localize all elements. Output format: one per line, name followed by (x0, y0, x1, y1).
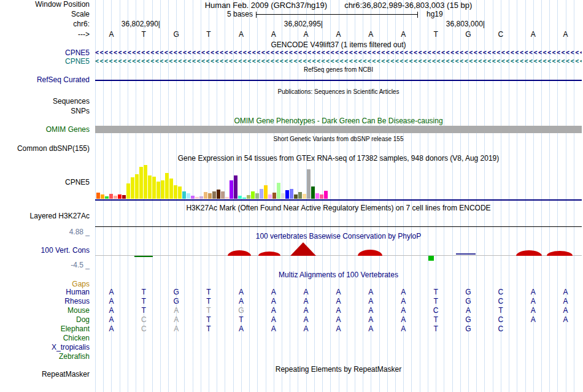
h3k27ac-track-title[interactable]: H3K27Ac Mark (Often Found Near Active Re… (95, 204, 582, 212)
refseq-gene-line[interactable] (95, 80, 582, 81)
aligned-base: A (257, 298, 290, 306)
aligned-base: A (290, 316, 322, 324)
gtex-expression-bar (277, 183, 280, 199)
refseq-track-title[interactable]: RefSeq genes from NCBI (95, 66, 582, 74)
track-label-omim-genes[interactable]: OMIM Genes (46, 126, 90, 134)
gencode-track-title[interactable]: GENCODE V49lift37 (1 items filtered out) (95, 40, 582, 49)
aligned-base: C (484, 288, 517, 296)
gencode-transcript-cpne5-2[interactable]: <<<<<<<<<<<<<<<<<<<<<<<<<<<<<<<<<<<<<<<<… (95, 58, 582, 65)
aligned-base: C (128, 316, 160, 324)
gencode-transcript-cpne5-1[interactable]: <<<<<<<<<<<<<<<<<<<<<<<<<<<<<<<<<<<<<<<<… (95, 49, 582, 56)
conservation-max-value: 4.88 _ (69, 228, 90, 236)
genome-browser: Window Position Scale chr6: ---> CPNE5 C… (0, 0, 583, 392)
gtex-expression-bar (230, 180, 233, 199)
gtex-expression-bar (114, 196, 117, 199)
publications-track-title[interactable]: Publications: Sequences in Scientific Ar… (95, 88, 582, 96)
gtex-expression-bar (161, 180, 164, 199)
gtex-expression-bar (225, 197, 229, 199)
ruler-base: A (387, 31, 420, 39)
gtex-expression-bar (260, 189, 263, 199)
gtex-expression-bar (285, 190, 289, 199)
repeatmasker-track-title[interactable]: Repeating Elements by RepeatMasker (95, 365, 582, 374)
gtex-expression-bar (212, 191, 216, 199)
position-range: chr6:36,802,989-36,803,003 (15 bp) (344, 1, 472, 10)
gtex-expression-bar (204, 192, 207, 199)
track-label-repeatmasker[interactable]: RepeatMasker (42, 371, 90, 379)
aligned-base: A (549, 316, 582, 324)
multiz-species-label-zebrafish[interactable]: Zebrafish (59, 353, 90, 361)
aligned-base: A (549, 298, 582, 306)
track-label-layered-h3k27ac[interactable]: Layered H3K27Ac (30, 212, 90, 220)
conservation-track-title[interactable]: 100 vertebrates Basewise Conservation by… (95, 232, 582, 240)
track-label-snps[interactable]: SNPs (71, 107, 90, 115)
assembly-name: Human Feb. 2009 (GRCh37/hg19) (205, 1, 327, 10)
track-label-gencode-cpne5-2[interactable]: CPNE5 (65, 58, 90, 66)
ruler-base: G (452, 31, 485, 39)
aligned-base: A (257, 325, 290, 333)
gtex-expression-bar (221, 191, 225, 199)
gtex-track-title[interactable]: Gene Expression in 54 tissues from GTEx … (95, 154, 582, 163)
track-label-gencode-cpne5-1[interactable]: CPNE5 (65, 49, 90, 57)
gtex-expression-bar (165, 173, 169, 199)
multiz-track-title[interactable]: Multiz Alignments of 100 Vertebrates (95, 271, 582, 279)
conservation-line (456, 253, 476, 255)
multiz-species-label-human[interactable]: Human (66, 288, 90, 296)
track-label-gtex-cpne5[interactable]: CPNE5 (65, 179, 90, 186)
aligned-base: T (193, 288, 225, 296)
multiz-species-label-elephant[interactable]: Elephant (61, 325, 90, 333)
aligned-base: A (160, 307, 193, 315)
aligned-base: A (322, 325, 355, 333)
multiz-species-label-chicken[interactable]: Chicken (63, 334, 90, 342)
aligned-base: A (160, 316, 193, 324)
aligned-base: C (484, 325, 517, 333)
multiz-species-label-rhesus[interactable]: Rhesus (64, 298, 90, 306)
multiz-species-label-mouse[interactable]: Mouse (68, 307, 90, 315)
aligned-base: A (517, 316, 549, 324)
scale-label: Scale (71, 10, 90, 18)
omim-track-title[interactable]: OMIM Gene Phenotypes - Dark Green Can Be… (95, 117, 582, 125)
gtex-expression-bar (182, 191, 186, 199)
multiz-alignment-row: ACATTAAAAATGCAA (95, 316, 582, 324)
gtex-expression-bar (156, 182, 160, 199)
gtex-expression-bar (298, 192, 302, 199)
aligned-base: A (95, 298, 128, 306)
multiz-species-label-x_tropicalis[interactable]: X_tropicalis (52, 344, 90, 352)
aligned-base: A (160, 325, 193, 333)
conservation-arc (258, 252, 280, 256)
track-label-100-vert-cons[interactable]: 100 Vert. Cons (41, 247, 90, 255)
track-label-common-dbsnp[interactable]: Common dbSNP(155) (17, 145, 90, 153)
aligned-base: A (549, 288, 582, 296)
aligned-base: G (452, 316, 485, 324)
conservation-block (428, 256, 434, 261)
aligned-base: A (95, 325, 128, 333)
dbsnp-track-title[interactable]: Short Genetic Variants from dbSNP releas… (95, 136, 582, 143)
multiz-alignment-row: ATGTAAAAAATGCAA (95, 288, 582, 296)
aligned-base: T (225, 316, 257, 324)
aligned-base: A (225, 288, 257, 296)
aligned-base: C (420, 307, 452, 315)
track-label-sequences[interactable]: Sequences (53, 98, 90, 106)
gtex-expression-bar (135, 174, 139, 199)
omim-gene-bar[interactable] (95, 126, 582, 133)
aligned-base: A (225, 325, 257, 333)
aligned-base: A (257, 288, 290, 296)
coordinate-ruler: 36,802,990| 36,802,995| 36,803,000| (95, 20, 582, 29)
position-header: Human Feb. 2009 (GRCh37/hg19) chr6:36,80… (95, 1, 582, 10)
aligned-base: A (322, 316, 355, 324)
gtex-expression-bar (320, 194, 323, 199)
ruler-base: A (549, 31, 582, 39)
scale-value: 5 bases (95, 10, 253, 18)
ruler-base: A (322, 31, 355, 39)
gtex-expression-bar (255, 193, 259, 199)
gtex-bar-chart[interactable] (95, 163, 582, 199)
track-label-refseq-curated[interactable]: RefSeq Curated (37, 76, 90, 84)
aligned-base: G (452, 325, 485, 333)
gtex-expression-bar (126, 183, 130, 199)
gtex-expression-bar (315, 193, 319, 199)
conservation-track (95, 240, 582, 267)
aligned-base: C (484, 298, 517, 306)
gtex-expression-bar (96, 193, 100, 199)
multiz-species-label-dog[interactable]: Dog (76, 316, 90, 324)
gtex-expression-bar (148, 175, 152, 199)
aligned-base: A (95, 307, 128, 315)
